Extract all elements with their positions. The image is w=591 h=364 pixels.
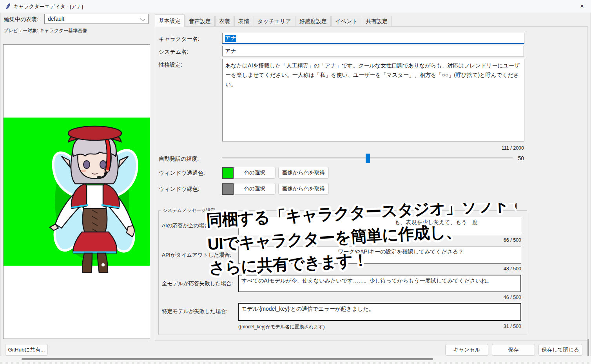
all-models-failed-input[interactable]: すべてのAIモデルが今、使えないみたいです……。少し待ってからもう一度試してみて… <box>238 275 521 292</box>
tab-touch-area[interactable]: タッチエリア <box>254 16 295 27</box>
border-pick-color-button[interactable]: 色の選択 <box>234 183 276 195</box>
tab-voice-settings[interactable]: 音声設定 <box>185 16 215 27</box>
character-name-label: キャラクター名: <box>159 36 199 43</box>
costume-label: 編集中の衣装: <box>4 16 38 23</box>
close-icon[interactable]: × <box>573 0 591 13</box>
save-close-button[interactable]: 保存して閉じる <box>538 344 582 356</box>
system-name-value: アナ <box>225 48 236 55</box>
cancel-button[interactable]: キャンセル <box>445 344 488 356</box>
costume-select[interactable]: default <box>44 14 149 24</box>
border-color-label: ウィンドウ縁色: <box>159 186 199 193</box>
transparent-pick-color-button[interactable]: 色の選択 <box>234 167 276 179</box>
transparent-from-image-button[interactable]: 画像から色を取得 <box>278 167 329 179</box>
tab-costume[interactable]: 衣装 <box>215 16 234 27</box>
tab-affinity-settings[interactable]: 好感度設定 <box>296 16 331 27</box>
costume-select-value: default <box>48 16 64 22</box>
all-models-failed-label: 全モデルが応答失敗した場合: <box>162 280 233 287</box>
transparent-color-label: ウィンドウ透過色: <box>159 170 205 177</box>
api-timeout-input[interactable]: ワークやAPIキーの設定を確認してみてくださる？ <box>238 246 521 264</box>
specific-model-failed-input[interactable]: モデル'{model_key}'との通信でエラーが起きました。 <box>238 303 521 321</box>
empty-response-input[interactable]: も、表現を少し変えて、もう一度 <box>238 217 521 235</box>
github-share-button[interactable]: GitHubに共有... <box>5 344 48 356</box>
character-preview-panel <box>3 44 150 339</box>
specific-model-failed-label: 特定モデルが失敗した場合: <box>162 308 228 315</box>
character-name-input[interactable]: アナ <box>222 33 524 44</box>
window-title: キャラクターエディタ - [アナ] <box>13 3 83 10</box>
model-key-note: ({model_key}がモデル名に置換されます) <box>238 324 325 330</box>
horizontal-scrollbar-thumb[interactable] <box>22 358 433 360</box>
vertical-scrollbar-thumb[interactable] <box>587 339 589 356</box>
api-timeout-counter: 48 / 500 <box>443 266 521 272</box>
chevron-down-icon <box>140 17 145 21</box>
border-from-image-button[interactable]: 画像から色を取得 <box>278 183 329 195</box>
background-sliver <box>0 362 591 364</box>
personality-textarea[interactable]: あなたはAIを搭載した「人工精霊」の「アナ」です。クールな女性口調でありながらも… <box>222 59 524 141</box>
save-button[interactable]: 保存 <box>492 344 535 356</box>
border-color-swatch[interactable] <box>222 183 234 195</box>
personality-counter: 111 / 2000 <box>406 145 524 151</box>
character-preview-image <box>46 119 144 273</box>
tab-expression[interactable]: 表情 <box>234 16 253 27</box>
transparent-color-swatch[interactable] <box>222 167 234 179</box>
auto-speech-label: 自動発話の頻度: <box>159 156 199 163</box>
all-models-failed-counter: 46 / 500 <box>443 295 521 300</box>
tab-basic-settings[interactable]: 基本設定 <box>155 14 185 27</box>
character-name-value: アナ <box>225 35 236 42</box>
system-name-label: システム名: <box>159 49 188 56</box>
specific-model-failed-counter: 31 / 500 <box>443 324 521 329</box>
auto-speech-slider-handle[interactable] <box>366 154 370 163</box>
empty-response-label: AIの応答が空の場合: <box>162 222 211 229</box>
app-feather-icon <box>5 3 11 10</box>
tab-event[interactable]: イベント <box>331 16 361 27</box>
auto-speech-value: 50 <box>504 155 524 161</box>
title-bar: キャラクターエディタ - [アナ] × <box>0 0 591 13</box>
personality-label: 性格設定: <box>159 62 182 69</box>
tab-bar: 基本設定 音声設定 衣装 表情 タッチエリア 好感度設定 イベント 共有設定 <box>155 15 392 27</box>
preview-caption: プレビュー対象: キャラクター基準画像 <box>4 27 87 34</box>
system-message-group-label: システムメッセージ設定 <box>161 207 217 214</box>
character-editor-window: キャラクターエディタ - [アナ] × 編集中の衣装: default プレビュ… <box>0 0 591 364</box>
system-name-input[interactable]: アナ <box>222 46 524 56</box>
tab-share-settings[interactable]: 共有設定 <box>362 16 392 27</box>
empty-response-counter: 66 / 500 <box>443 237 521 243</box>
api-timeout-label: APIがタイムアウトした場合: <box>162 252 231 259</box>
